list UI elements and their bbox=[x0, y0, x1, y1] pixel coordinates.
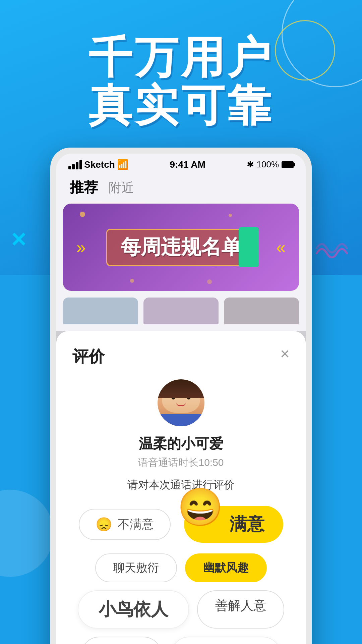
tag-clingy[interactable]: 小鸟依人 bbox=[78, 590, 189, 629]
battery-icon bbox=[282, 161, 294, 168]
cards-row bbox=[56, 291, 306, 324]
hero-title: 千万用户 真实可靠 bbox=[0, 34, 362, 129]
eval-overlay: 评价 × bbox=[56, 331, 306, 644]
eval-call-duration: 语音通话时长10:50 bbox=[72, 456, 290, 470]
card-partial-3 bbox=[224, 298, 299, 324]
btn-satisfied-label: 满意 bbox=[230, 513, 264, 536]
eval-user-name: 温柔的小可爱 bbox=[72, 434, 290, 453]
btn-unsatisfied-label: 不满意 bbox=[118, 516, 154, 533]
eval-close-button[interactable]: × bbox=[280, 344, 290, 363]
btn-satisfied[interactable]: 😄 满意 bbox=[184, 506, 283, 543]
battery-label: 100% bbox=[257, 159, 279, 170]
eval-avatar-wrapper bbox=[72, 379, 290, 428]
signal-icon bbox=[68, 160, 82, 169]
banner-text: 每周违规名单 bbox=[106, 229, 256, 266]
tags-row-3: 让人反胃 彬彬有礼 bbox=[72, 637, 290, 644]
tag-chat-perfunctory[interactable]: 聊天敷衍 bbox=[95, 553, 177, 582]
status-right: ✱ 100% bbox=[247, 159, 294, 170]
tag-understanding[interactable]: 善解人意 bbox=[197, 590, 284, 629]
wifi-icon: 📶 bbox=[117, 159, 129, 170]
card-partial-2 bbox=[143, 298, 219, 324]
carrier-label: Sketch bbox=[84, 159, 115, 170]
banner-badge bbox=[239, 227, 259, 267]
phone-screen: Sketch 📶 9:41 AM ✱ 100% 推荐 附近 » 每周违规名单 bbox=[56, 154, 306, 644]
emoji-sad-icon: 😞 bbox=[96, 517, 112, 532]
bluetooth-icon: ✱ bbox=[247, 159, 254, 170]
banner-dot-4 bbox=[207, 279, 212, 284]
hero-section: 千万用户 真实可靠 bbox=[0, 34, 362, 129]
banner-dot-1 bbox=[80, 212, 85, 217]
tags-row-2: 小鸟依人 善解人意 bbox=[72, 590, 290, 629]
tab-nearby[interactable]: 附近 bbox=[109, 179, 134, 196]
tag-disgusting[interactable]: 让人反胃 bbox=[80, 637, 162, 644]
eval-modal: 评价 × bbox=[56, 331, 306, 644]
eval-title: 评价 bbox=[72, 347, 105, 365]
status-left: Sketch 📶 bbox=[68, 159, 129, 170]
status-bar: Sketch 📶 9:41 AM ✱ 100% bbox=[56, 154, 306, 173]
tag-humor[interactable]: 幽默风趣 bbox=[185, 553, 267, 582]
banner-dot-2 bbox=[130, 279, 134, 283]
deco-x-mark: ✕ bbox=[10, 228, 27, 252]
card-partial-1 bbox=[63, 298, 138, 324]
status-time: 9:41 AM bbox=[170, 159, 205, 170]
nav-tabs: 推荐 附近 bbox=[56, 173, 306, 204]
tags-row-1: 聊天敷衍 幽默风趣 bbox=[72, 553, 290, 582]
rating-row: 😞 不满意 😄 满意 bbox=[72, 506, 290, 543]
phone-frame: Sketch 📶 9:41 AM ✱ 100% 推荐 附近 » 每周违规名单 bbox=[50, 148, 312, 644]
banner-arrow-left: » bbox=[76, 237, 86, 257]
banner-dot-3 bbox=[229, 214, 232, 217]
tab-recommended[interactable]: 推荐 bbox=[70, 178, 98, 197]
hero-line1: 千万用户 bbox=[88, 33, 274, 82]
banner[interactable]: » 每周违规名单 « bbox=[63, 204, 299, 291]
phone-mockup: Sketch 📶 9:41 AM ✱ 100% 推荐 附近 » 每周违规名单 bbox=[50, 148, 312, 644]
deco-wave bbox=[315, 241, 349, 260]
banner-arrow-right: « bbox=[276, 237, 286, 257]
tag-polite[interactable]: 彬彬有礼 bbox=[170, 637, 282, 644]
emoji-happy-big-icon: 😄 bbox=[177, 486, 223, 529]
hero-line2: 真实可靠 bbox=[88, 81, 274, 130]
eval-avatar bbox=[158, 379, 204, 426]
btn-unsatisfied[interactable]: 😞 不满意 bbox=[79, 509, 171, 540]
